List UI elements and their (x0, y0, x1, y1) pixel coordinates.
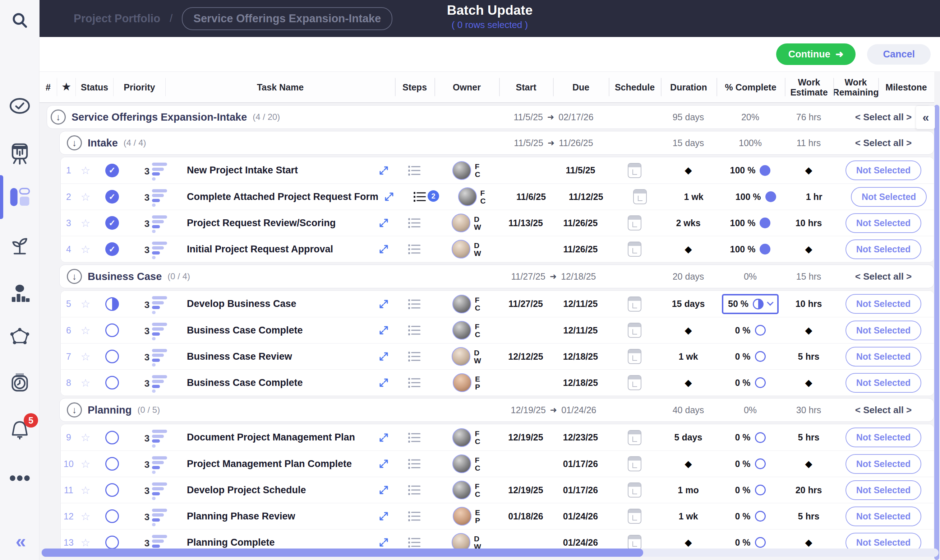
due-date[interactable]: 01/17/26 (553, 451, 608, 477)
start-date[interactable]: 11/6/25 (504, 184, 558, 210)
avatar[interactable] (452, 161, 471, 180)
work-estimate-value[interactable]: 1 hr (790, 184, 838, 210)
due-date[interactable]: 11/26/25 (553, 210, 608, 236)
task-name[interactable]: Develop Project Schedule (182, 485, 373, 496)
due-date[interactable]: 11/12/25 (558, 184, 614, 210)
status-icon[interactable] (105, 376, 119, 389)
due-date[interactable]: 12/18/25 (553, 343, 608, 369)
start-date[interactable]: 12/12/25 (499, 343, 553, 369)
duration-value[interactable]: 1 wk (661, 343, 716, 369)
sidebar-collapse-icon[interactable]: « (0, 531, 40, 552)
expand-task-icon[interactable] (373, 244, 395, 254)
due-date[interactable]: 11/5/25 (553, 157, 608, 183)
avatar[interactable] (452, 481, 471, 499)
percent-cell[interactable]: 0 % (729, 428, 772, 448)
breadcrumb-current-sheet[interactable]: Service Offerings Expansion-Intake (182, 7, 392, 30)
priority-indicator[interactable]: 3 (130, 480, 182, 500)
work-estimate-value[interactable]: 10 hrs (784, 210, 833, 236)
column-header-work-estimate[interactable]: Work Estimate (785, 72, 833, 102)
work-estimate-value[interactable]: ◆ (784, 451, 833, 477)
task-row[interactable]: 5 ☆ 3 Develop Business Case (61, 291, 934, 317)
vertical-scrollbar[interactable] (934, 105, 939, 560)
collapse-group-icon[interactable] (67, 269, 82, 284)
task-row[interactable]: 2 ☆ 3 Complete Attached Project Request … (61, 183, 934, 210)
priority-indicator[interactable]: 3 (130, 239, 182, 259)
work-estimate-value[interactable]: 20 hrs (784, 477, 833, 503)
column-header-work-remaining[interactable]: Work Remaining (833, 72, 878, 102)
star-icon[interactable]: ☆ (77, 458, 94, 470)
work-estimate-value[interactable]: 10 hrs (784, 291, 833, 317)
expand-task-icon[interactable] (373, 458, 395, 469)
status-icon[interactable] (105, 190, 119, 203)
column-header-status[interactable]: Status (76, 78, 113, 96)
column-header-schedule[interactable]: Schedule (609, 72, 661, 102)
steps-icon[interactable] (408, 537, 421, 548)
continue-button[interactable]: Continue ➜ (776, 43, 856, 65)
horizontal-scrollbar-track[interactable] (41, 549, 938, 557)
select-all-link[interactable]: < Select all > (833, 131, 934, 154)
milestone-pill[interactable]: Not Selected (846, 320, 921, 340)
task-name[interactable]: Develop Business Case (182, 298, 373, 309)
schedule-calendar-icon[interactable] (628, 375, 641, 390)
due-date[interactable]: 11/26/25 (553, 236, 608, 262)
schedule-calendar-icon[interactable] (628, 163, 641, 178)
group-row[interactable]: Planning (0 / 5) 12/19/25 ➜ 01/24/26 40 … (59, 398, 934, 422)
star-icon[interactable]: ☆ (77, 484, 94, 497)
duration-value[interactable]: ◆ (661, 236, 716, 262)
search-icon[interactable] (0, 10, 40, 30)
duration-value[interactable]: 1 mo (661, 477, 716, 503)
check-circle-icon[interactable] (0, 95, 40, 116)
task-name[interactable]: Initial Project Request Approval (182, 244, 373, 255)
star-icon[interactable]: ☆ (77, 243, 94, 255)
percent-cell[interactable]: 0 % (729, 506, 772, 526)
schedule-calendar-icon[interactable] (628, 456, 641, 471)
duration-value[interactable]: ◆ (661, 370, 716, 395)
select-all-link[interactable]: < Select all > (833, 398, 934, 422)
expand-task-icon[interactable] (373, 377, 395, 388)
schedule-calendar-icon[interactable] (628, 215, 641, 231)
milestone-pill[interactable]: Not Selected (846, 160, 921, 180)
schedule-calendar-icon[interactable] (628, 297, 641, 312)
task-row[interactable]: 8 ☆ 3 Business Case Complete (61, 369, 934, 395)
steps-icon[interactable] (408, 511, 421, 522)
status-icon[interactable] (105, 350, 119, 363)
timer-icon[interactable] (0, 371, 40, 394)
percent-cell[interactable]: 0 % (729, 346, 772, 366)
steps-icon[interactable] (408, 458, 421, 469)
star-icon[interactable]: ☆ (77, 217, 94, 229)
due-date[interactable]: 01/24/26 (553, 503, 608, 529)
percent-cell[interactable]: 50 % (722, 294, 779, 314)
milestone-pill[interactable]: Not Selected (846, 506, 921, 526)
task-name[interactable]: Project Management Plan Complete (182, 458, 373, 469)
steps-icon[interactable]: 2 (413, 191, 426, 203)
column-header-milestone[interactable]: Milestone (878, 72, 934, 102)
column-header-start[interactable]: Start (499, 72, 553, 102)
avatar[interactable] (453, 373, 471, 392)
status-icon[interactable] (105, 431, 119, 445)
expand-task-icon[interactable] (373, 217, 395, 228)
priority-indicator[interactable]: 3 (130, 428, 182, 448)
star-icon[interactable]: ☆ (77, 536, 94, 549)
priority-indicator[interactable]: 3 (130, 213, 182, 233)
duration-value[interactable]: 2 wks (661, 210, 716, 236)
notifications-bell-icon[interactable]: 5 (0, 418, 40, 442)
priority-indicator[interactable]: 3 (130, 187, 182, 207)
column-header-priority[interactable]: Priority (113, 78, 165, 96)
column-header-steps[interactable]: Steps (395, 72, 434, 102)
percent-cell[interactable]: 0 % (729, 320, 772, 340)
steps-icon[interactable] (408, 377, 421, 388)
network-nodes-icon[interactable] (0, 326, 40, 348)
breadcrumb-project-portfolio[interactable]: Project Portfolio (74, 12, 160, 25)
work-estimate-value[interactable]: ◆ (784, 236, 833, 262)
duration-value[interactable]: 1 wk (666, 184, 722, 210)
task-name[interactable]: Business Case Complete (182, 377, 373, 388)
collapse-group-icon[interactable] (67, 135, 82, 151)
horizontal-scrollbar-thumb[interactable] (42, 549, 643, 557)
star-icon[interactable]: ☆ (77, 164, 94, 177)
task-row[interactable]: 1 ☆ 3 New Project Intake Start (61, 157, 934, 183)
priority-indicator[interactable]: 3 (130, 294, 182, 314)
column-header-duration[interactable]: Duration (661, 72, 716, 102)
due-date[interactable]: 12/23/25 (553, 424, 608, 451)
status-icon[interactable] (105, 297, 119, 311)
schedule-calendar-icon[interactable] (628, 430, 641, 445)
